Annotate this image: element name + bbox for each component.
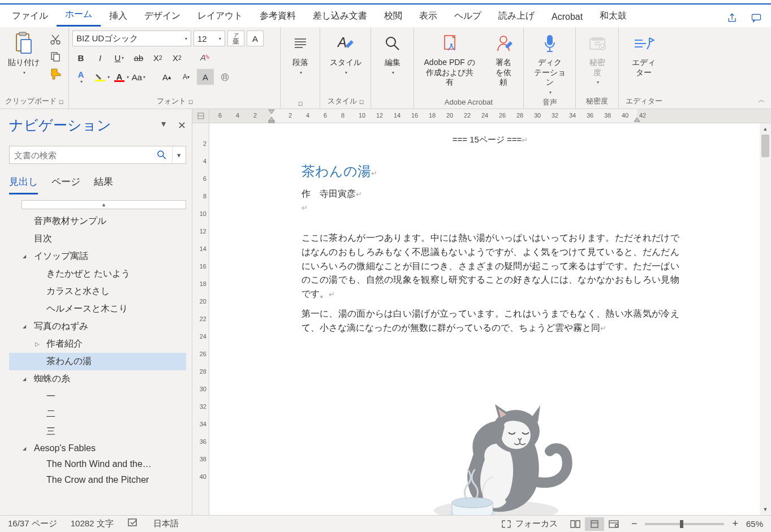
status-lang[interactable]: 日本語: [153, 518, 179, 529]
nav-item[interactable]: ▷作者紹介: [9, 335, 186, 353]
tab-help[interactable]: ヘルプ: [446, 5, 490, 27]
font-color-button[interactable]: A▾: [111, 69, 128, 85]
tab-wadaiko[interactable]: 和太鼓: [591, 5, 635, 27]
caret-down-icon[interactable]: ◢: [23, 446, 32, 451]
nav-close-button[interactable]: ✕: [178, 119, 186, 132]
format-painter-button[interactable]: [48, 66, 63, 81]
cut-button[interactable]: [48, 32, 63, 47]
nav-tab-results[interactable]: 結果: [94, 175, 113, 194]
vertical-ruler[interactable]: 246810121416182022242628303234363840: [192, 109, 209, 515]
clear-formatting-button[interactable]: A: [197, 50, 214, 66]
scroll-down-icon[interactable]: ▼: [760, 504, 771, 515]
italic-button[interactable]: I: [92, 50, 109, 66]
style-button[interactable]: A スタイル ▾: [325, 29, 366, 77]
tab-acrobat[interactable]: Acrobat: [543, 6, 591, 27]
nav-item[interactable]: カラスと水さし: [9, 283, 186, 300]
scroll-up-icon[interactable]: ▲: [760, 123, 771, 135]
tab-layout[interactable]: レイアウト: [189, 5, 251, 27]
character-border-button[interactable]: A: [247, 31, 264, 46]
style-launcher-icon[interactable]: ◻: [359, 98, 364, 105]
caret-down-icon[interactable]: ◢: [23, 377, 32, 382]
status-words[interactable]: 10282 文字: [71, 518, 114, 529]
clipboard-launcher-icon[interactable]: ◻: [59, 98, 63, 105]
zoom-in-button[interactable]: +: [732, 518, 738, 530]
share-icon[interactable]: [725, 10, 740, 26]
nav-search-dropdown[interactable]: ▾: [172, 146, 186, 163]
tab-design[interactable]: デザイン: [136, 5, 189, 27]
scroll-thumb[interactable]: [761, 135, 769, 157]
web-layout-button[interactable]: [604, 517, 623, 531]
focus-mode-button[interactable]: フォーカス: [501, 518, 558, 529]
horizontal-ruler[interactable]: 6422468101214161820222426283032343638404…: [209, 109, 771, 123]
nav-item[interactable]: 三: [9, 423, 186, 440]
nav-jump-bar[interactable]: ▲: [21, 200, 186, 209]
shrink-font-button[interactable]: A▾: [178, 69, 195, 85]
tab-home[interactable]: ホーム: [57, 3, 101, 27]
nav-dropdown-button[interactable]: ▼: [160, 119, 167, 132]
grow-font-button[interactable]: A▴: [158, 69, 175, 85]
nav-item[interactable]: ◢蜘蛛の糸: [9, 370, 186, 388]
nav-item[interactable]: The North Wind and the…: [9, 456, 186, 472]
caret-down-icon[interactable]: ◢: [23, 324, 32, 329]
nav-item[interactable]: ◢イソップ寓話: [9, 248, 186, 265]
char-shading-button[interactable]: A: [197, 69, 214, 85]
nav-tab-headings[interactable]: 見出し: [9, 175, 38, 194]
first-line-indent-marker[interactable]: [268, 109, 275, 116]
tab-references[interactable]: 参考資料: [251, 5, 304, 27]
font-launcher-icon[interactable]: ◻: [188, 98, 193, 105]
zoom-level[interactable]: 65%: [746, 519, 763, 529]
nav-search-input[interactable]: [10, 146, 152, 163]
dictate-button[interactable]: ディク テーション ▾: [527, 29, 572, 97]
comments-icon[interactable]: [748, 10, 764, 26]
vertical-scrollbar[interactable]: ▲ ▼: [760, 123, 771, 515]
zoom-out-button[interactable]: −: [631, 518, 638, 530]
nav-tab-pages[interactable]: ページ: [51, 175, 80, 194]
editor-button[interactable]: エディ ター: [627, 29, 660, 80]
subscript-button[interactable]: X2: [149, 50, 166, 66]
print-layout-button[interactable]: [585, 517, 604, 531]
read-mode-button[interactable]: [566, 517, 585, 531]
caret-down-icon[interactable]: ◢: [23, 254, 32, 259]
enclose-char-button[interactable]: ㊐: [216, 69, 233, 85]
spellcheck-icon[interactable]: [127, 518, 140, 530]
nav-item[interactable]: ◢写真のねずみ: [9, 318, 186, 335]
paste-button[interactable]: 貼り付け ▾: [3, 29, 44, 77]
font-size-select[interactable]: 12▾: [193, 31, 225, 46]
highlight-button[interactable]: ▾: [92, 69, 109, 85]
phonetic-guide-button[interactable]: ア亜: [227, 31, 244, 46]
caret-right-icon[interactable]: ▷: [35, 341, 44, 347]
nav-item[interactable]: ヘルメースと木こり: [9, 300, 186, 318]
underline-button[interactable]: U▾: [111, 50, 128, 66]
nav-item[interactable]: The Crow and the Pitcher: [9, 472, 186, 488]
paragraph-button[interactable]: 段落 ▾: [286, 29, 315, 77]
font-name-select[interactable]: BIZ UDゴシック▾: [72, 31, 191, 46]
nav-item[interactable]: 二: [9, 405, 186, 423]
change-case-button[interactable]: Aa▾: [130, 69, 147, 85]
tab-view[interactable]: 表示: [411, 5, 446, 27]
nav-item[interactable]: 一: [9, 388, 186, 405]
nav-item[interactable]: 目次: [9, 230, 186, 248]
adobe-sign-button[interactable]: 署名 を依頼: [487, 29, 520, 90]
document-canvas[interactable]: === 15ページ ===↵ 茶わんの湯↵ 作 寺田寅彦↵ ↵ ここに茶わんが一…: [209, 123, 771, 515]
editing-button[interactable]: 編集 ▾: [378, 29, 407, 77]
paragraph-launcher-icon[interactable]: ◻: [298, 100, 303, 106]
tab-mailings[interactable]: 差し込み文書: [304, 5, 376, 27]
nav-item[interactable]: 茶わんの湯: [9, 353, 186, 370]
text-effects-button[interactable]: A▾: [72, 69, 89, 85]
nav-item[interactable]: ◢Aesop's Fables: [9, 440, 186, 456]
copy-button[interactable]: [48, 49, 63, 64]
tab-readaloud[interactable]: 読み上げ: [490, 5, 543, 27]
zoom-slider[interactable]: [645, 523, 724, 525]
collapse-ribbon-button[interactable]: ︿: [758, 95, 765, 105]
tab-file[interactable]: ファイル: [3, 5, 57, 27]
status-page[interactable]: 16/37 ページ: [8, 518, 57, 529]
strikethrough-button[interactable]: ab: [130, 50, 147, 66]
tab-review[interactable]: 校閲: [376, 5, 411, 27]
superscript-button[interactable]: X2: [169, 50, 186, 66]
nav-item[interactable]: 音声教材サンプル: [9, 213, 186, 230]
bold-button[interactable]: B: [72, 50, 89, 66]
nav-search-button[interactable]: [152, 146, 172, 163]
nav-item[interactable]: きたかぜと たいよう: [9, 265, 186, 283]
adobe-create-pdf-button[interactable]: Adobe PDF の 作成および共有: [417, 29, 481, 90]
tab-insert[interactable]: 挿入: [101, 5, 136, 27]
